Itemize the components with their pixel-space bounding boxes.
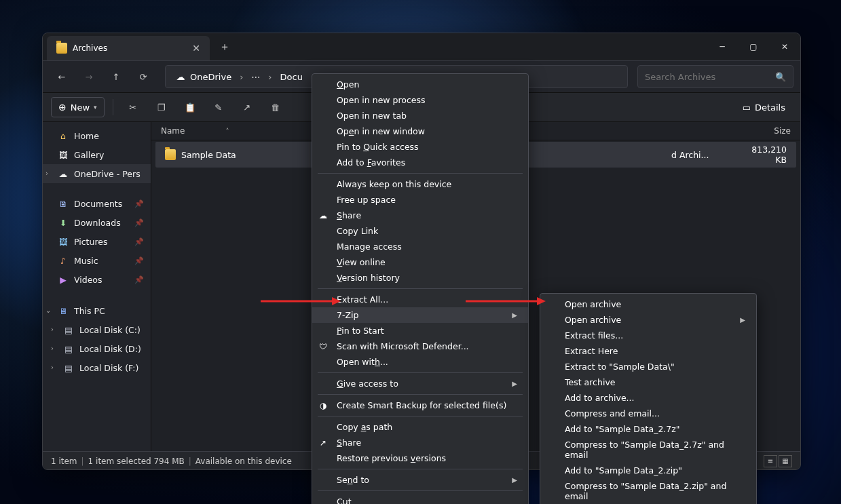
cut-icon[interactable]: ✂: [122, 97, 145, 117]
sidebar-item-music[interactable]: ♪Music📌: [43, 251, 151, 270]
crumb-ellipsis[interactable]: ⋯: [248, 72, 263, 82]
ctx-open-window[interactable]: Open in new window: [312, 123, 528, 139]
up-button[interactable]: ↑: [104, 65, 128, 88]
sidebar-item-drive-f[interactable]: ›▤Local Disk (F:): [48, 358, 151, 377]
back-button[interactable]: ←: [50, 65, 74, 88]
pin-icon: 📌: [134, 256, 144, 265]
ctx-open-archive-sub[interactable]: Open archive▶: [540, 312, 756, 328]
close-tab-icon[interactable]: ✕: [192, 43, 200, 54]
sidebar-item-drive-d[interactable]: ›▤Local Disk (D:): [48, 339, 151, 358]
maximize-button[interactable]: ▢: [738, 33, 769, 60]
view-icons-button[interactable]: ▦: [779, 455, 792, 467]
ctx-copy-as-path[interactable]: Copy as path: [312, 419, 528, 435]
new-tab-button[interactable]: ＋: [210, 33, 240, 60]
sidebar-item-videos[interactable]: ▶Videos📌: [43, 270, 151, 289]
paste-icon[interactable]: 📋: [179, 97, 202, 117]
ctx-copy-link[interactable]: Copy Link: [312, 223, 528, 239]
pin-icon: 📌: [134, 199, 144, 208]
ctx-open-process[interactable]: Open in new process: [312, 92, 528, 108]
ctx-defender[interactable]: 🛡Scan with Microsoft Defender...: [312, 338, 528, 354]
ctx-restore-versions[interactable]: Restore previous versions: [312, 450, 528, 466]
ctx-open-archive[interactable]: Open archive: [540, 296, 756, 312]
ctx-add-zip[interactable]: Add to "Sample Data_2.zip": [540, 463, 756, 478]
annotation-arrow-2: [466, 294, 547, 308]
ctx-give-access[interactable]: Give access to▶: [312, 376, 528, 391]
new-button[interactable]: ⊕ New ▾: [51, 97, 105, 117]
ctx-open[interactable]: Open: [312, 77, 528, 92]
ctx-add-to-archive[interactable]: Add to archive...: [540, 390, 756, 406]
sidebar-item-drive-c[interactable]: ›▤Local Disk (C:): [48, 320, 151, 339]
ctx-pin-start[interactable]: Pin to Start: [312, 323, 528, 338]
ctx-open-tab[interactable]: Open in new tab: [312, 108, 528, 123]
chevron-right-icon[interactable]: ›: [51, 326, 54, 333]
sidebar-item-documents[interactable]: 🗎Documents📌: [43, 194, 151, 213]
backup-icon: ◑: [318, 400, 329, 411]
sidebar-item-thispc[interactable]: ⌄🖥This PC: [43, 301, 151, 320]
ctx-compress-email[interactable]: Compress and email...: [540, 406, 756, 421]
crumb-onedrive[interactable]: ☁ OneDrive: [172, 71, 234, 82]
share-icon[interactable]: ↗: [236, 97, 259, 117]
ctx-send-to[interactable]: Send to▶: [312, 472, 528, 488]
sidebar-item-pictures[interactable]: 🖼Pictures📌: [43, 232, 151, 251]
chevron-right-icon[interactable]: ›: [45, 170, 48, 177]
column-name[interactable]: Name˄: [161, 126, 324, 136]
ctx-test-archive[interactable]: Test archive: [540, 374, 756, 390]
annotation-arrow-1: [261, 294, 342, 308]
search-input[interactable]: [645, 72, 771, 82]
ctx-free-space[interactable]: Free up space: [312, 192, 528, 208]
ctx-7zip[interactable]: 7-Zip▶: [312, 307, 528, 323]
ctx-view-online[interactable]: View online: [312, 254, 528, 270]
ctx-manage-access[interactable]: Manage access: [312, 239, 528, 254]
chevron-down-icon[interactable]: ⌄: [45, 307, 51, 314]
column-size[interactable]: Size: [743, 126, 791, 136]
pin-icon: 📌: [134, 237, 144, 246]
sidebar-item-home[interactable]: ⌂Home: [43, 126, 151, 145]
column-type[interactable]: [675, 126, 743, 136]
ctx-compress-7z-email[interactable]: Compress to "Sample Data_2.7z" and email: [540, 437, 756, 463]
search-box[interactable]: 🔍: [637, 65, 793, 88]
downloads-icon: ⬇: [58, 217, 69, 228]
chevron-right-icon[interactable]: ›: [51, 345, 54, 352]
ctx-pin-quick[interactable]: Pin to Quick access: [312, 139, 528, 155]
pc-icon: 🖥: [58, 305, 69, 316]
sidebar-item-downloads[interactable]: ⬇Downloads📌: [43, 213, 151, 232]
ctx-extract-here[interactable]: Extract Here: [540, 343, 756, 359]
ctx-always-keep[interactable]: Always keep on this device: [312, 176, 528, 192]
sidebar-item-gallery[interactable]: 🖼Gallery: [43, 145, 151, 164]
navigation-sidebar: ⌂Home 🖼Gallery ›☁OneDrive - Pers 🗎Docume…: [43, 122, 151, 451]
chevron-right-icon[interactable]: ›: [51, 364, 54, 371]
delete-icon[interactable]: 🗑: [264, 97, 287, 117]
rename-icon[interactable]: ✎: [207, 97, 230, 117]
cloud-icon: ☁: [58, 168, 69, 179]
ctx-version-history[interactable]: Version history: [312, 270, 528, 286]
context-menu-main: Open Open in new process Open in new tab…: [312, 73, 529, 504]
ctx-compress-zip-email[interactable]: Compress to "Sample Data_2.zip" and emai…: [540, 478, 756, 504]
chevron-right-icon: ›: [267, 72, 273, 82]
cloud-icon: ☁: [318, 210, 329, 221]
view-details-button[interactable]: ≡: [764, 455, 777, 467]
ctx-add-favorites[interactable]: Add to Favorites: [312, 155, 528, 170]
search-icon[interactable]: 🔍: [775, 72, 786, 82]
ctx-open-with[interactable]: Open with...: [312, 354, 528, 370]
sort-asc-icon: ˄: [225, 128, 229, 135]
ctx-cut[interactable]: Cut: [312, 494, 528, 504]
file-name: Sample Data: [181, 150, 331, 160]
ctx-share[interactable]: ↗Share: [312, 435, 528, 450]
ctx-extract-files[interactable]: Extract files...: [540, 328, 756, 343]
ctx-smart-backup[interactable]: ◑Create Smart Backup for selected file(s…: [312, 398, 528, 413]
details-button[interactable]: ▭ Details: [736, 98, 792, 117]
minimize-button[interactable]: ─: [707, 33, 738, 60]
ctx-onedrive-share[interactable]: ☁Share: [312, 208, 528, 223]
ctx-extract-to[interactable]: Extract to "Sample Data\": [540, 359, 756, 374]
copy-icon[interactable]: ❐: [150, 97, 173, 117]
context-menu-7zip: Open archive Open archive▶ Extract files…: [540, 293, 757, 504]
refresh-button[interactable]: ⟳: [131, 65, 155, 88]
crumb-current[interactable]: Docu: [278, 72, 305, 82]
close-window-button[interactable]: ✕: [769, 33, 800, 60]
pin-icon: 📌: [134, 275, 144, 284]
tab-archives[interactable]: Archives ✕: [47, 36, 210, 60]
details-icon: ▭: [743, 102, 751, 113]
ctx-add-7z[interactable]: Add to "Sample Data_2.7z": [540, 421, 756, 437]
forward-button[interactable]: →: [77, 65, 101, 88]
sidebar-item-onedrive[interactable]: ›☁OneDrive - Pers: [43, 164, 151, 183]
